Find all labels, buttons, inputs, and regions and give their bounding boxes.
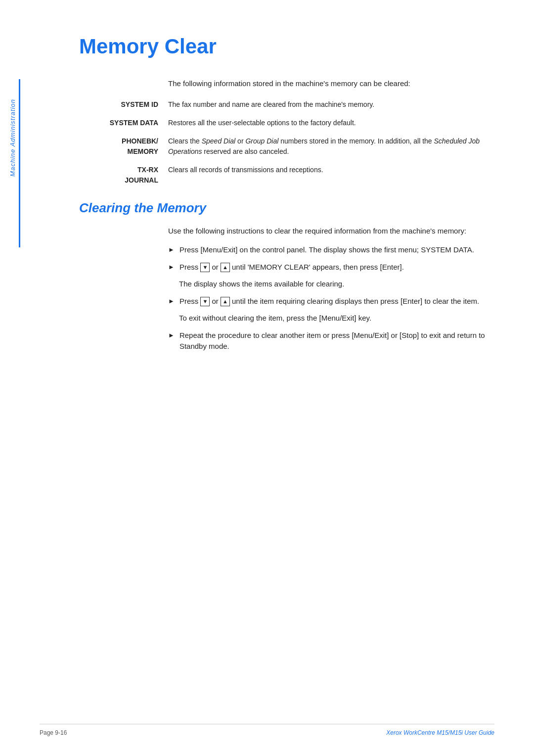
footer-product-name: Xerox WorkCentre M15/M15i User Guide (386, 729, 494, 736)
term-txrx: TX-RX JOURNAL (79, 165, 168, 186)
bullet-item-1: ► Press [Menu/Exit] on the control panel… (168, 244, 494, 256)
bullet-text-3: Press ▼ or ▲ until the item requiring cl… (179, 296, 494, 307)
bullet-arrow-4: ► (168, 331, 175, 340)
sub-text-2: To exit without clearing the item, press… (168, 313, 494, 324)
term-phonebk: PHONEBK/ MEMORY (79, 136, 168, 157)
def-item-system-id: SYSTEM ID The fax number and name are cl… (79, 99, 494, 110)
bullet-arrow-2: ► (168, 262, 175, 272)
definition-list: SYSTEM ID The fax number and name are cl… (79, 99, 494, 186)
footer: Page 9-16 Xerox WorkCentre M15/M15i User… (40, 724, 494, 736)
footer-page-number: Page 9-16 (40, 729, 67, 736)
bullet-item-3: ► Press ▼ or ▲ until the item requiring … (168, 296, 494, 307)
sub-item-2: To exit without clearing the item, press… (168, 313, 494, 324)
desc-system-data: Restores all the user-selectable options… (168, 118, 494, 128)
bullet-list: ► Press [Menu/Exit] on the control panel… (168, 244, 494, 352)
desc-system-id: The fax number and name are cleared from… (168, 99, 494, 110)
section-title: Clearing the Memory (79, 200, 494, 216)
def-item-txrx: TX-RX JOURNAL Clears all records of tran… (79, 165, 494, 186)
sub-text-1: The display shows the items available fo… (168, 279, 494, 290)
sidebar-label: Machine Administration (9, 99, 16, 177)
sub-item-1: The display shows the items available fo… (168, 279, 494, 290)
bullet-text-1: Press [Menu/Exit] on the control panel. … (179, 244, 494, 256)
def-item-phonebk: PHONEBK/ MEMORY Clears the Speed Dial or… (79, 136, 494, 157)
bullet-text-2: Press ▼ or ▲ until 'MEMORY CLEAR' appear… (179, 262, 494, 273)
bullet-arrow-3: ► (168, 296, 175, 306)
main-content: Memory Clear The following information s… (79, 35, 494, 352)
instructions-intro: Use the following instructions to clear … (168, 226, 494, 237)
intro-text: The following information stored in the … (168, 78, 494, 90)
desc-txrx: Clears all records of transmissions and … (168, 165, 494, 175)
desc-phonebk: Clears the Speed Dial or Group Dial numb… (168, 136, 494, 157)
sidebar-line (19, 79, 20, 247)
bullet-item-2: ► Press ▼ or ▲ until 'MEMORY CLEAR' appe… (168, 262, 494, 273)
def-item-system-data: SYSTEM DATA Restores all the user-select… (79, 118, 494, 128)
bullet-text-4: Repeat the procedure to clear another it… (179, 330, 494, 352)
bullet-arrow-1: ► (168, 245, 175, 255)
page-title: Memory Clear (79, 35, 494, 58)
term-system-id: SYSTEM ID (79, 99, 168, 110)
term-system-data: SYSTEM DATA (79, 118, 168, 128)
bullet-item-4: ► Repeat the procedure to clear another … (168, 330, 494, 352)
page-container: Machine Administration Memory Clear The … (0, 0, 534, 756)
